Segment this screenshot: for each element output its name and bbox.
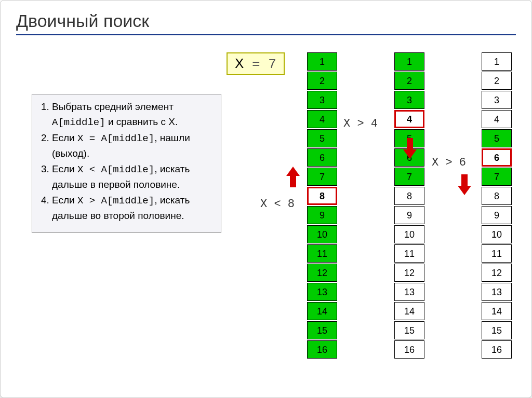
algo-step-4: Если X > A[middle], искать дальше во вто… — [52, 193, 214, 223]
arrow-down-icon — [458, 174, 471, 195]
array-cell: 13 — [482, 283, 512, 301]
algo-text: Если — [52, 163, 77, 174]
array-cell: 1 — [482, 52, 512, 71]
array-cell: 14 — [307, 302, 337, 320]
array-column-2: 12345678910111213141516 — [394, 52, 424, 360]
algo-code: X = A[middle] — [77, 133, 154, 144]
array-cell: 1 — [307, 52, 337, 71]
array-cell: 2 — [307, 72, 337, 90]
array-column-1: 12345678910111213141516 — [307, 52, 337, 360]
array-cell: 12 — [482, 264, 512, 282]
array-cell: 7 — [394, 168, 424, 186]
x-eq: = — [244, 57, 268, 72]
array-cell: 1 — [394, 52, 424, 71]
label-x-gt-6: X > 6 — [432, 156, 466, 169]
array-cell: 15 — [394, 321, 424, 339]
algo-text: Если — [52, 132, 77, 143]
array-cell: 8 — [307, 187, 337, 205]
algorithm-list: Выбрать средний элемент A[middle] и срав… — [39, 100, 214, 223]
array-cell: 11 — [307, 244, 337, 263]
arrow-down-icon — [403, 138, 417, 159]
array-column-3: 12345678910111213141516 — [482, 52, 512, 360]
array-cell: 16 — [394, 340, 424, 359]
array-cell: 5 — [482, 129, 512, 147]
array-cell: 13 — [394, 283, 424, 301]
array-cell: 13 — [307, 283, 337, 301]
algo-step-1: Выбрать средний элемент A[middle] и срав… — [52, 100, 214, 130]
array-cell: 11 — [394, 244, 424, 263]
page-title: Двоичный поиск — [16, 11, 516, 31]
x-val: 7 — [268, 57, 276, 72]
array-cell: 6 — [482, 148, 512, 167]
algo-text: Если — [52, 195, 77, 205]
array-cell: 7 — [307, 168, 337, 186]
array-cell: 10 — [307, 225, 337, 243]
array-cell: 9 — [307, 206, 337, 224]
array-cell: 15 — [307, 321, 337, 339]
array-cell: 3 — [394, 91, 424, 109]
slide: Двоичный поиск X = 7 Выбрать средний эле… — [0, 0, 532, 398]
algo-text: и сравнить с X. — [105, 116, 178, 127]
array-cell: 3 — [482, 91, 512, 109]
algo-code: A[middle] — [52, 117, 105, 128]
array-cell: 2 — [394, 72, 424, 90]
array-cell: 5 — [307, 129, 337, 147]
array-cell: 16 — [307, 340, 337, 359]
array-cell: 2 — [482, 72, 512, 90]
array-cell: 7 — [482, 168, 512, 186]
label-x-lt-8: X < 8 — [260, 198, 295, 211]
array-cell: 10 — [394, 225, 424, 243]
array-cell: 14 — [482, 302, 512, 320]
array-cell: 6 — [307, 148, 337, 167]
x-var: X — [235, 56, 244, 71]
arrow-up-icon — [286, 167, 300, 187]
array-cell: 14 — [394, 302, 424, 320]
algo-text: Выбрать средний элемент — [52, 101, 174, 112]
algo-code: X < A[middle] — [77, 164, 154, 175]
array-cell: 12 — [307, 264, 337, 282]
algo-step-3: Если X < A[middle], искать дальше в перв… — [52, 162, 214, 192]
array-cell: 12 — [394, 264, 424, 282]
array-cell: 4 — [394, 110, 424, 128]
algorithm-box: Выбрать средний элемент A[middle] и срав… — [32, 94, 221, 233]
algo-code: X > A[middle] — [77, 195, 154, 207]
algo-step-2: Если X = A[middle], нашли (выход). — [52, 131, 214, 161]
array-cell: 3 — [307, 91, 337, 109]
array-cell: 8 — [482, 187, 512, 205]
array-cell: 4 — [307, 110, 337, 128]
array-cell: 4 — [482, 110, 512, 128]
title-rule — [16, 34, 516, 35]
array-cell: 9 — [394, 206, 424, 224]
label-x-gt-4: X > 4 — [343, 117, 378, 130]
array-columns: 1234567891011121314151612345678910111213… — [307, 52, 512, 360]
array-cell: 11 — [482, 244, 512, 263]
x-value-box: X = 7 — [227, 52, 285, 75]
array-cell: 15 — [482, 321, 512, 339]
array-cell: 16 — [482, 340, 512, 359]
array-cell: 10 — [482, 225, 512, 243]
array-cell: 9 — [482, 206, 512, 224]
array-cell: 8 — [394, 187, 424, 205]
